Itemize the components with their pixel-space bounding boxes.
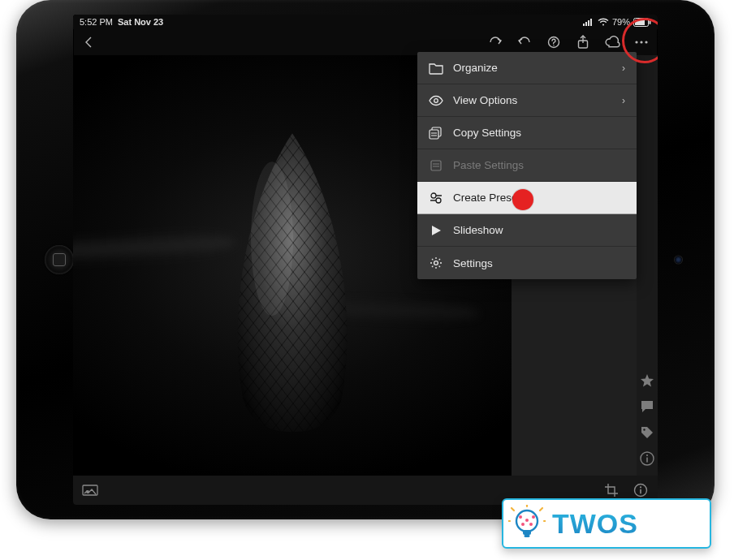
info-button[interactable]: [632, 481, 650, 499]
svg-point-14: [251, 162, 293, 316]
cellular-signal-icon: [583, 18, 594, 26]
status-time: 5:52 PM: [80, 17, 113, 27]
svg-point-47: [519, 515, 522, 519]
sliders-plus-icon: [429, 192, 443, 205]
menu-copy-settings[interactable]: Copy Settings: [417, 117, 637, 149]
undo-button[interactable]: [516, 34, 533, 50]
context-menu: Organize › View Options › Copy Settings: [417, 52, 637, 279]
crop-button[interactable]: [602, 481, 620, 499]
eye-icon: [429, 95, 443, 106]
svg-rect-22: [430, 130, 438, 139]
svg-point-28: [431, 193, 436, 198]
svg-rect-7: [650, 20, 651, 24]
svg-marker-15: [641, 374, 654, 386]
cloud-sync-button[interactable]: [604, 34, 620, 50]
ipad-front-camera: [675, 256, 682, 264]
menu-label: Organize: [453, 62, 612, 74]
svg-point-48: [532, 515, 535, 519]
svg-marker-32: [432, 226, 441, 235]
svg-point-19: [646, 454, 648, 456]
chevron-right-icon: ›: [622, 62, 625, 74]
battery-icon: [633, 18, 651, 27]
back-button[interactable]: [81, 34, 97, 50]
svg-rect-2: [588, 20, 589, 26]
menu-view-options[interactable]: View Options ›: [417, 84, 637, 117]
annotation-dot: [512, 189, 533, 210]
filmstrip-button[interactable]: [81, 481, 99, 499]
watermark-text: TWOS: [552, 508, 638, 540]
menu-label: Create Preset: [453, 192, 625, 204]
svg-point-29: [436, 198, 441, 203]
svg-line-43: [512, 508, 514, 510]
svg-point-50: [529, 523, 533, 526]
svg-line-44: [540, 508, 542, 510]
play-icon: [429, 225, 443, 236]
svg-rect-18: [646, 458, 648, 463]
more-button[interactable]: [633, 34, 650, 50]
photo-subject: [219, 133, 365, 433]
svg-point-13: [645, 41, 647, 43]
folder-gear-icon: [429, 62, 443, 75]
redo-button[interactable]: [487, 34, 503, 50]
svg-point-4: [602, 24, 604, 25]
share-button[interactable]: [575, 34, 591, 50]
menu-label: Settings: [453, 257, 625, 269]
ipad-home-button[interactable]: [45, 245, 74, 274]
svg-rect-41: [525, 535, 530, 537]
svg-point-51: [525, 519, 529, 522]
battery-percent: 79%: [612, 17, 630, 27]
svg-point-33: [434, 261, 438, 265]
chevron-right-icon: ›: [622, 95, 625, 106]
svg-rect-3: [590, 19, 592, 26]
svg-rect-40: [523, 530, 531, 535]
status-date: Sat Nov 23: [118, 17, 163, 27]
menu-paste-settings: Paste Settings: [417, 149, 637, 182]
tag-icon[interactable]: [640, 425, 654, 440]
svg-point-38: [640, 486, 641, 488]
menu-organize[interactable]: Organize ›: [417, 52, 637, 84]
svg-point-49: [521, 523, 525, 526]
svg-point-20: [434, 98, 438, 102]
watermark-badge: TWOS: [502, 498, 711, 549]
screen: 5:52 PM Sat Nov 23 79%: [73, 15, 658, 505]
gear-icon: [429, 256, 443, 269]
lightbulb-icon: [508, 505, 546, 542]
comment-icon[interactable]: [640, 399, 654, 414]
menu-label: Paste Settings: [453, 159, 625, 171]
paste-sliders-icon: [429, 159, 443, 172]
menu-label: Slideshow: [453, 224, 625, 236]
svg-point-12: [640, 41, 642, 43]
star-icon[interactable]: [640, 373, 654, 388]
status-bar: 5:52 PM Sat Nov 23 79%: [73, 15, 658, 29]
svg-rect-6: [635, 19, 645, 25]
svg-point-11: [635, 41, 637, 43]
svg-rect-0: [583, 24, 585, 26]
svg-point-16: [643, 429, 645, 430]
svg-rect-25: [431, 161, 441, 170]
menu-label: Copy Settings: [453, 127, 625, 139]
menu-slideshow[interactable]: Slideshow: [417, 214, 637, 247]
info-icon[interactable]: [640, 451, 654, 466]
copy-sliders-icon: [429, 127, 443, 140]
svg-point-9: [553, 45, 554, 45]
ipad-frame: 5:52 PM Sat Nov 23 79%: [16, 0, 715, 519]
svg-rect-37: [640, 489, 641, 494]
decorative-cloud: [73, 228, 236, 267]
help-button[interactable]: [546, 34, 562, 50]
menu-label: View Options: [453, 94, 612, 106]
svg-rect-1: [585, 22, 587, 26]
menu-settings[interactable]: Settings: [417, 247, 637, 279]
wifi-icon: [598, 18, 609, 26]
right-tool-strip: [637, 55, 658, 476]
